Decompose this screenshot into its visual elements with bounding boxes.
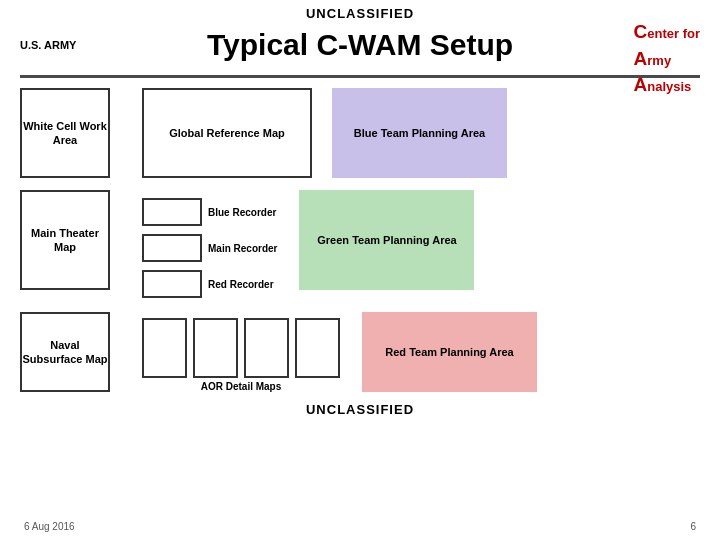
white-cell-label: White Cell Work Area (22, 119, 108, 148)
main-recorder-label: Main Recorder (208, 243, 277, 254)
blue-recorder-label: Blue Recorder (208, 207, 276, 218)
red-recorder-row: Red Recorder (142, 270, 277, 298)
green-team-label: Green Team Planning Area (317, 233, 456, 247)
naval-box: Naval Subsurface Map (20, 312, 110, 392)
aor-col: AOR Detail Maps (142, 318, 340, 392)
main-recorder-row: Main Recorder (142, 234, 277, 262)
row-1: White Cell Work Area Global Reference Ma… (20, 88, 700, 178)
row-3: Naval Subsurface Map AOR Detail Maps Red… (20, 312, 700, 392)
header-rule (20, 75, 700, 78)
recorder-group: Blue Recorder Main Recorder Red Recorder (142, 198, 277, 298)
top-classification: UNCLASSIFIED (0, 0, 720, 23)
page-number: 6 (690, 521, 696, 532)
main-theater-box: Main Theater Map (20, 190, 110, 290)
aor-label: AOR Detail Maps (201, 381, 282, 392)
blue-team-box: Blue Team Planning Area (332, 88, 507, 178)
row-2: Main Theater Map Blue Recorder Main Reco… (20, 190, 700, 298)
blue-recorder-row: Blue Recorder (142, 198, 277, 226)
naval-label: Naval Subsurface Map (22, 338, 108, 367)
logo-rmy: rmy (647, 53, 671, 68)
logo-a1: A (634, 48, 648, 69)
blue-recorder-box (142, 198, 202, 226)
aor-box-4 (295, 318, 340, 378)
logo-nalysis: nalysis (647, 79, 691, 94)
red-team-box: Red Team Planning Area (362, 312, 537, 392)
bottom-classification: UNCLASSIFIED (20, 402, 700, 417)
us-army-label: U.S. ARMY (20, 39, 76, 51)
aor-boxes (142, 318, 340, 378)
main-content: White Cell Work Area Global Reference Ma… (0, 88, 720, 417)
naval-col: Naval Subsurface Map (20, 312, 110, 392)
aor-box-2 (193, 318, 238, 378)
main-recorder-box (142, 234, 202, 262)
green-team-box: Green Team Planning Area (299, 190, 474, 290)
main-theater-label: Main Theater Map (22, 226, 108, 255)
logo-center-for: enter for (647, 26, 700, 41)
logo: Center for Army Analysis (634, 19, 700, 99)
date-label: 6 Aug 2016 (24, 521, 75, 532)
logo-c: C (634, 21, 648, 42)
global-ref-label: Global Reference Map (169, 126, 285, 140)
white-cell-box: White Cell Work Area (20, 88, 110, 178)
global-ref-box: Global Reference Map (142, 88, 312, 178)
red-recorder-box (142, 270, 202, 298)
aor-box-1 (142, 318, 187, 378)
page-title: Typical C-WAM Setup (207, 28, 513, 62)
red-recorder-label: Red Recorder (208, 279, 274, 290)
red-team-label: Red Team Planning Area (385, 345, 513, 359)
logo-a2: A (634, 74, 648, 95)
aor-box-3 (244, 318, 289, 378)
blue-team-label: Blue Team Planning Area (354, 126, 485, 140)
